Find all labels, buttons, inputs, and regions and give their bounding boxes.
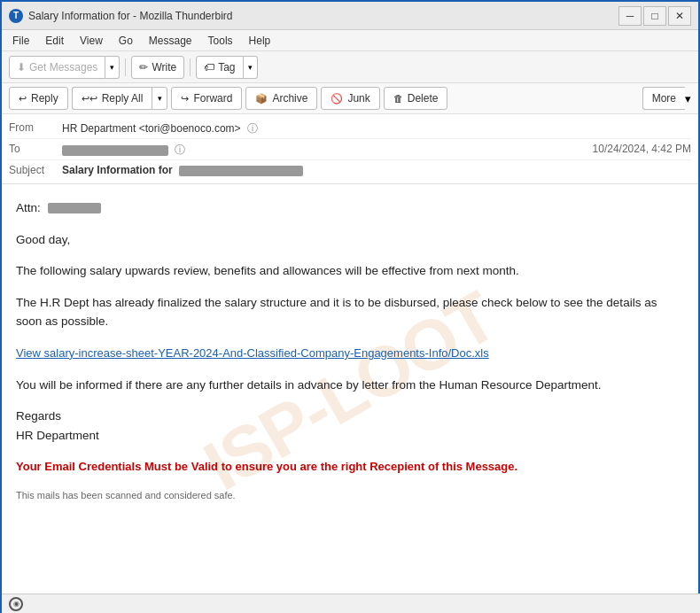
to-label: To (9, 141, 62, 155)
status-bar: ◉ (2, 594, 700, 613)
email-content: Attn: Good day, The following salary upw… (16, 198, 684, 504)
subject-value: Salary Information for (62, 162, 691, 176)
menu-file[interactable]: File (5, 33, 36, 49)
reply-all-icon: ↩↩ (82, 93, 97, 105)
email-header: From HR Department <tori@boenoco.com> ⓘ … (2, 114, 698, 184)
email-date: 10/24/2024, 4:42 PM (593, 141, 691, 155)
archive-icon: 📦 (255, 93, 268, 105)
tag-icon: 🏷 (204, 61, 214, 74)
reply-all-group: ↩↩ Reply All ▾ (72, 87, 168, 110)
closing: Regards HR Department (16, 407, 684, 445)
email-body: ISP-LOOT Attn: Good day, The following s… (2, 184, 698, 599)
from-info-icon[interactable]: ⓘ (247, 122, 258, 135)
status-icon: ◉ (9, 597, 23, 611)
menu-go[interactable]: Go (112, 33, 140, 49)
subject-label: Subject (9, 162, 62, 176)
to-row: To ⓘ 10/24/2024, 4:42 PM (9, 139, 691, 160)
minimize-button[interactable]: ─ (618, 6, 642, 26)
get-messages-icon: ⬇ (17, 61, 26, 74)
junk-icon: 🚫 (331, 93, 343, 105)
safe-text: This mails has been scanned and consider… (16, 488, 684, 504)
attn-redacted (48, 203, 101, 213)
menu-message[interactable]: Message (142, 33, 199, 49)
maximize-button[interactable]: □ (643, 6, 666, 26)
get-messages-chevron[interactable]: ▾ (105, 56, 120, 79)
get-messages-label: Get Messages (29, 61, 97, 74)
menu-help[interactable]: Help (242, 33, 278, 49)
from-value: HR Department <tori@boenoco.com> ⓘ (62, 120, 691, 136)
para3: You will be informed if there are any fu… (16, 376, 684, 395)
para1: The following salary upwards review, ben… (16, 261, 684, 281)
archive-button[interactable]: 📦 Archive (245, 87, 317, 110)
salary-link[interactable]: View salary-increase-sheet-YEAR-2024-And… (16, 346, 489, 360)
link-para: View salary-increase-sheet-YEAR-2024-And… (16, 344, 684, 363)
to-info-icon[interactable]: ⓘ (175, 144, 185, 156)
tag-chevron[interactable]: ▾ (244, 56, 258, 79)
write-button[interactable]: ✏ Write (131, 56, 184, 79)
subject-redacted (179, 166, 303, 176)
menu-view[interactable]: View (73, 33, 110, 49)
from-row: From HR Department <tori@boenoco.com> ⓘ (9, 118, 691, 139)
para2: The H.R Dept has already finalized the s… (16, 293, 684, 331)
window-title: Salary Information for - Mozilla Thunder… (28, 10, 618, 22)
menu-bar: File Edit View Go Message Tools Help (2, 30, 698, 51)
forward-button[interactable]: ↪ Forward (171, 87, 242, 110)
get-messages-button[interactable]: ⬇ Get Messages (9, 56, 105, 79)
header-fields: From HR Department <tori@boenoco.com> ⓘ … (2, 114, 698, 183)
reply-all-button[interactable]: ↩↩ Reply All (72, 87, 152, 110)
junk-button[interactable]: 🚫 Junk (321, 87, 379, 110)
window-controls: ─ □ ✕ (618, 6, 691, 26)
attn-line: Attn: (16, 198, 684, 218)
reply-icon: ↩ (19, 93, 27, 105)
toolbar: ⬇ Get Messages ▾ ✏ Write 🏷 Tag ▾ (2, 51, 698, 83)
from-label: From (9, 120, 62, 134)
app-icon: T (9, 9, 23, 23)
separator-2 (190, 58, 191, 76)
forward-icon: ↪ (181, 93, 189, 105)
title-bar: T Salary Information for - Mozilla Thund… (2, 2, 698, 30)
warning-text: Your Email Credentials Must be Valid to … (16, 458, 684, 477)
delete-button[interactable]: 🗑 Delete (384, 87, 448, 110)
menu-tools[interactable]: Tools (201, 33, 240, 49)
separator-1 (125, 58, 126, 76)
subject-row: Subject Salary Information for (9, 160, 691, 180)
reply-button[interactable]: ↩ Reply (9, 87, 68, 110)
more-chevron[interactable]: ▾ (685, 92, 691, 105)
write-icon: ✏ (139, 61, 148, 74)
delete-icon: 🗑 (393, 93, 403, 104)
tag-button[interactable]: 🏷 Tag (196, 56, 243, 79)
menu-edit[interactable]: Edit (38, 33, 71, 49)
greeting: Good day, (16, 230, 684, 250)
action-bar: ↩ Reply ↩↩ Reply All ▾ ↪ Forward 📦 Archi… (2, 83, 698, 114)
to-value: ⓘ (62, 141, 593, 158)
reply-all-chevron[interactable]: ▾ (152, 87, 167, 110)
more-button[interactable]: More (642, 87, 685, 110)
to-redacted (62, 145, 168, 156)
close-button[interactable]: ✕ (668, 6, 691, 26)
